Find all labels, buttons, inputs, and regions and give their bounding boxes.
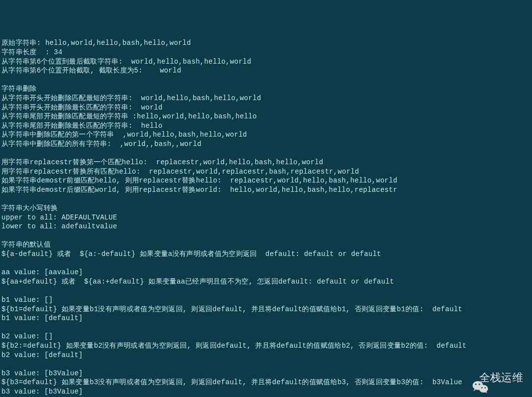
terminal-line — [1, 360, 531, 369]
terminal-line — [1, 149, 531, 158]
terminal-line — [1, 286, 531, 295]
terminal-line: 字符串长度 : 34 — [1, 48, 531, 57]
terminal-line: b3 value: [b3Value] — [1, 387, 531, 397]
terminal-line: b1 value: [] — [1, 295, 531, 305]
watermark: 全栈运维 — [460, 371, 523, 385]
terminal-line: ${aa+default} 或者 ${aa:+default} 如果变量aa已经… — [1, 277, 531, 287]
terminal-line: lower to all: adefaultvalue — [1, 222, 531, 231]
terminal-line: 从字符串尾部开始删除匹配最短的字符串 :hello,world,hello,ba… — [1, 112, 531, 121]
terminal-line: 从字符串中删除匹配的第一个字符串 ,world,hello,bash,hello… — [1, 130, 531, 140]
terminal-line: 从字符串第6个位置开始截取, 截取长度为5: world — [1, 66, 531, 75]
terminal-line: 从字符串第6个位置到最后截取字符串: world,hello,bash,hell… — [1, 57, 531, 67]
terminal-line — [1, 259, 531, 268]
wechat-icon — [460, 371, 476, 385]
terminal-line: 用字符串replacestr替换第一个匹配hello: replacestr,w… — [1, 158, 531, 167]
terminal-output: 原始字符串: hello,world,hello,bash,hello,worl… — [1, 38, 531, 397]
terminal-line: ${b1=default} 如果变量b1没有声明或者值为空则返回, 则返回def… — [1, 305, 531, 314]
terminal-line — [1, 231, 531, 241]
terminal-line: b3 value: [b3Value] — [1, 369, 531, 378]
terminal-line: 字符串删除 — [1, 84, 531, 94]
terminal-line: 字符串大小写转换 — [1, 204, 531, 213]
terminal-line: 如果字符串demostr后缀匹配world, 则用replacestr替换wor… — [1, 185, 531, 195]
terminal-line — [1, 194, 531, 204]
terminal-line: ${a-default} 或者 ${a:-default} 如果变量a没有声明或… — [1, 250, 531, 259]
svg-point-3 — [479, 385, 488, 393]
terminal-line: aa value: [aavalue] — [1, 268, 531, 277]
terminal-line: 用字符串replacestr替换所有匹配hello: replacestr,wo… — [1, 167, 531, 177]
svg-point-2 — [479, 383, 480, 385]
terminal-line: b1 value: [default] — [1, 314, 531, 323]
terminal-line: 原始字符串: hello,world,hello,bash,hello,worl… — [1, 38, 531, 48]
terminal-line: 如果字符串demostr前缀匹配hello, 则用replacestr替换hel… — [1, 176, 531, 185]
svg-point-5 — [485, 387, 486, 388]
terminal-line: b2 value: [default] — [1, 351, 531, 360]
terminal-line: ${b3=default} 如果变量b3没有声明或者值为空则返回, 则返回def… — [1, 378, 531, 387]
terminal-line: 从字符串开头开始删除匹配最短的字符串: world,hello,bash,hel… — [1, 94, 531, 103]
terminal-line: 从字符串开头开始删除最长匹配的字符串: world — [1, 103, 531, 112]
svg-point-4 — [482, 387, 483, 388]
terminal-line: 从字符串中删除匹配的所有字符串: ,world,,bash,,world — [1, 140, 531, 149]
terminal-line: 字符串的默认值 — [1, 240, 531, 250]
terminal-line: ${b2:=default} 如果变量b2没有声明或者值为空则返回, 则返回de… — [1, 341, 531, 351]
terminal-line — [1, 75, 531, 85]
svg-point-1 — [475, 383, 477, 385]
terminal-line: b2 value: [] — [1, 332, 531, 341]
terminal-line: 从字符串尾部开始删除最长匹配的字符串: hello — [1, 121, 531, 131]
terminal-line — [1, 323, 531, 332]
terminal-line: upper to all: ADEFAULTVALUE — [1, 213, 531, 222]
